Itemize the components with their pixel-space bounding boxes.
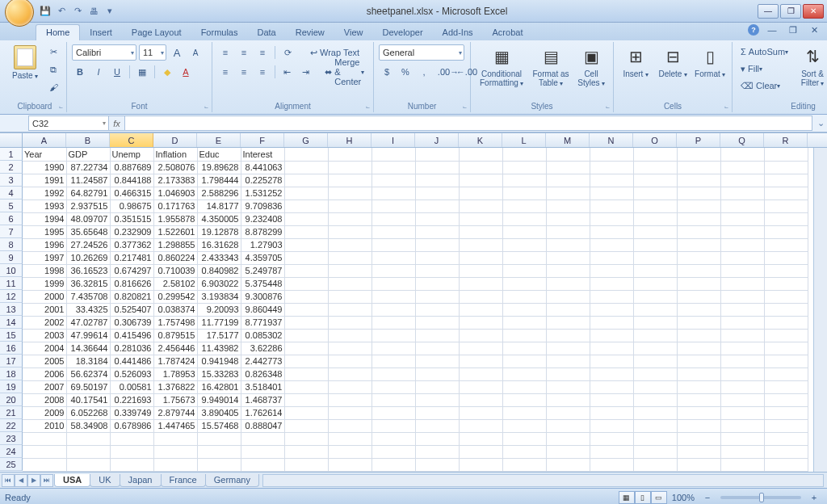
zoom-slider[interactable] — [720, 496, 801, 499]
cell-N9[interactable] — [590, 251, 633, 264]
cell-C9[interactable]: 0.217481 — [110, 251, 153, 264]
tab-view[interactable]: View — [334, 25, 373, 40]
cell-F19[interactable]: 3.518401 — [241, 380, 284, 393]
cell-H25[interactable] — [328, 458, 372, 471]
cell-E13[interactable]: 9.20093 — [197, 303, 241, 316]
cell-E17[interactable]: 0.941948 — [197, 355, 241, 368]
cell-C11[interactable]: 0.816626 — [110, 277, 153, 290]
cell-Q9[interactable] — [720, 251, 764, 264]
cell-I6[interactable] — [372, 212, 415, 225]
cell-P23[interactable] — [677, 432, 720, 445]
cell-B23[interactable] — [66, 432, 110, 445]
cell-F4[interactable]: 1.531252 — [241, 187, 284, 200]
column-header-C[interactable]: C — [110, 133, 153, 147]
cell-E22[interactable]: 15.57468 — [197, 419, 241, 432]
cell-G15[interactable] — [284, 329, 328, 342]
percent-button[interactable]: % — [397, 64, 414, 80]
cell-F16[interactable]: 3.62286 — [241, 342, 284, 355]
cell-J16[interactable] — [415, 342, 459, 355]
cell-E23[interactable] — [197, 432, 241, 445]
sheet-nav-next[interactable]: ▶ — [27, 474, 40, 487]
cell-L13[interactable] — [502, 303, 546, 316]
tab-developer[interactable]: Developer — [372, 25, 432, 40]
cell-M17[interactable] — [546, 355, 590, 368]
cell-K1[interactable] — [459, 148, 502, 161]
cell-G12[interactable] — [284, 290, 328, 303]
cell-J10[interactable] — [415, 264, 459, 277]
column-header-P[interactable]: P — [677, 133, 720, 147]
cell-P4[interactable] — [677, 187, 720, 200]
cell-O25[interactable] — [633, 458, 677, 471]
zoom-in-button[interactable]: + — [806, 489, 822, 505]
merge-center-button[interactable]: ⬌Merge & Center — [321, 64, 368, 80]
cell-C25[interactable] — [110, 458, 153, 471]
cell-L25[interactable] — [502, 458, 546, 471]
cell-D8[interactable]: 1.298855 — [153, 238, 197, 251]
cell-I12[interactable] — [372, 290, 415, 303]
cell-E6[interactable]: 4.350005 — [197, 212, 241, 225]
sort-filter-button[interactable]: ⇅ Sort & Filter — [795, 44, 827, 102]
doc-close-button[interactable]: ✕ — [806, 22, 822, 38]
cell-M22[interactable] — [546, 419, 590, 432]
cell-B10[interactable]: 36.16523 — [66, 264, 110, 277]
bold-button[interactable]: B — [72, 64, 88, 80]
cell-Q6[interactable] — [720, 212, 764, 225]
cell-Q5[interactable] — [720, 200, 764, 212]
cell-F23[interactable] — [241, 432, 284, 445]
cell-M9[interactable] — [546, 251, 590, 264]
cell-F13[interactable]: 9.860449 — [241, 303, 284, 316]
cell-Q3[interactable] — [720, 174, 764, 187]
cell-R16[interactable] — [764, 342, 808, 355]
cell-N24[interactable] — [590, 445, 633, 458]
row-header-22[interactable]: 22 — [0, 419, 23, 432]
cell-P19[interactable] — [677, 380, 720, 393]
row-header-2[interactable]: 2 — [0, 161, 23, 174]
delete-cells-button[interactable]: ⊟ Delete — [656, 44, 690, 102]
cell-A17[interactable]: 2005 — [23, 355, 66, 368]
cell-J3[interactable] — [415, 174, 459, 187]
cell-I18[interactable] — [372, 368, 415, 380]
cell-R9[interactable] — [764, 251, 808, 264]
cell-P7[interactable] — [677, 225, 720, 238]
cell-N23[interactable] — [590, 432, 633, 445]
column-header-O[interactable]: O — [633, 133, 677, 147]
cell-H16[interactable] — [328, 342, 372, 355]
tab-insert[interactable]: Insert — [80, 25, 122, 40]
cell-Q24[interactable] — [720, 445, 764, 458]
cell-L20[interactable] — [502, 393, 546, 406]
cell-E5[interactable]: 14.8177 — [197, 200, 241, 212]
cell-H5[interactable] — [328, 200, 372, 212]
cell-O21[interactable] — [633, 406, 677, 419]
cell-M4[interactable] — [546, 187, 590, 200]
cell-J6[interactable] — [415, 212, 459, 225]
cell-E19[interactable]: 16.42801 — [197, 380, 241, 393]
cell-O2[interactable] — [633, 161, 677, 174]
cell-E21[interactable]: 3.890405 — [197, 406, 241, 419]
cell-H8[interactable] — [328, 238, 372, 251]
cell-J17[interactable] — [415, 355, 459, 368]
cell-H6[interactable] — [328, 212, 372, 225]
cell-H21[interactable] — [328, 406, 372, 419]
cell-A13[interactable]: 2001 — [23, 303, 66, 316]
cell-R22[interactable] — [764, 419, 808, 432]
increase-indent-button[interactable]: ⇥ — [298, 64, 314, 80]
format-painter-button[interactable]: 🖌 — [45, 79, 61, 95]
cell-G1[interactable] — [284, 148, 328, 161]
cell-F1[interactable]: Interest — [241, 148, 284, 161]
cell-D19[interactable]: 1.376822 — [153, 380, 197, 393]
cell-R2[interactable] — [764, 161, 808, 174]
column-header-A[interactable]: A — [23, 133, 66, 147]
currency-button[interactable]: $ — [379, 64, 395, 80]
cell-E20[interactable]: 9.949014 — [197, 393, 241, 406]
cell-F14[interactable]: 8.771937 — [241, 316, 284, 329]
name-box[interactable]: C32 — [28, 116, 109, 131]
cell-N21[interactable] — [590, 406, 633, 419]
cell-G24[interactable] — [284, 445, 328, 458]
column-header-N[interactable]: N — [590, 133, 633, 147]
cell-I24[interactable] — [372, 445, 415, 458]
cell-F15[interactable]: 0.085302 — [241, 329, 284, 342]
cell-P2[interactable] — [677, 161, 720, 174]
cell-J24[interactable] — [415, 445, 459, 458]
cell-K24[interactable] — [459, 445, 502, 458]
cell-J23[interactable] — [415, 432, 459, 445]
